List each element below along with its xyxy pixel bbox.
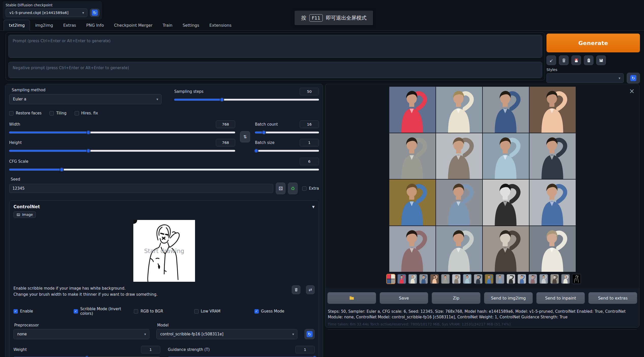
width-value[interactable]: 768 xyxy=(216,121,235,128)
refresh-styles-button[interactable]: ↻ xyxy=(627,73,640,83)
reuse-seed-button[interactable]: ♻ xyxy=(288,183,298,194)
apply-style-clipboard-button[interactable] xyxy=(584,55,593,65)
swap-width-height-button[interactable]: ⇅ xyxy=(240,131,250,142)
checkbox-tiling[interactable]: Tiling xyxy=(50,111,66,115)
thumbnail-image-12[interactable] xyxy=(517,274,526,284)
gallery-image-13[interactable] xyxy=(389,226,436,272)
cfg-scale-slider[interactable] xyxy=(9,167,319,172)
gallery-image-2[interactable] xyxy=(436,87,482,133)
tab-extensions[interactable]: Extensions xyxy=(204,20,237,31)
random-seed-button[interactable]: ⚄ xyxy=(276,183,285,194)
gallery-image-1[interactable] xyxy=(389,87,436,133)
tab-settings[interactable]: Settings xyxy=(178,20,204,31)
gallery-image-14[interactable] xyxy=(436,226,482,272)
clear-prompt-trash-button[interactable] xyxy=(559,55,569,65)
controlnet-scribble-canvas[interactable]: Start drawing xyxy=(133,220,195,282)
swap-canvas-button[interactable]: ⇄ xyxy=(306,285,315,294)
thumbnail-controlnet-map[interactable] xyxy=(572,274,581,284)
width-slider[interactable] xyxy=(9,130,235,135)
thumbnail-image-2[interactable] xyxy=(408,274,417,284)
send-to-inpaint-button[interactable]: Send to inpaint xyxy=(536,292,585,304)
refresh-checkpoints-button[interactable]: ↻ xyxy=(90,9,100,17)
gallery-image-12[interactable] xyxy=(529,180,576,226)
thumbnail-image-1[interactable] xyxy=(397,274,406,284)
height-slider[interactable] xyxy=(9,148,235,153)
checkbox-guess-mode[interactable]: ✓Guess Mode xyxy=(254,307,315,316)
tab-checkpoint-merger[interactable]: Checkpoint Merger xyxy=(109,20,158,31)
guidance-strength-value[interactable]: 1 xyxy=(295,346,315,353)
thumbnail-image-15[interactable] xyxy=(550,274,559,284)
prompt-input[interactable] xyxy=(8,35,542,58)
thumbnail-image-6[interactable] xyxy=(452,274,461,284)
save-button[interactable]: Save xyxy=(380,292,428,304)
send-to-extras-button[interactable]: Send to extras xyxy=(588,292,637,304)
checkbox-scribble-mode-invert-colors-[interactable]: ✓Scribble Mode (Invert colors) xyxy=(74,307,134,316)
close-icon[interactable]: × xyxy=(629,88,635,94)
gallery-image-11[interactable] xyxy=(483,180,529,226)
gallery-image-10[interactable] xyxy=(436,180,482,226)
zip-button[interactable]: Zip xyxy=(432,292,480,304)
read-params-arrow-button[interactable]: ↙ xyxy=(546,55,556,65)
seed-input[interactable] xyxy=(9,184,273,193)
weight-slider[interactable] xyxy=(13,355,160,357)
sampling-steps-value[interactable]: 50 xyxy=(300,88,319,95)
thumbnail-image-3[interactable] xyxy=(419,274,428,284)
refresh-models-button[interactable]: ↻ xyxy=(304,329,315,339)
thumbnail-image-11[interactable] xyxy=(506,274,516,284)
chevron-down-icon: ▾ xyxy=(292,332,294,336)
open-folder-button[interactable] xyxy=(327,292,376,304)
gallery-image-16[interactable] xyxy=(529,226,576,272)
extra-networks-card-button[interactable] xyxy=(571,55,581,65)
tab-train[interactable]: Train xyxy=(158,20,178,31)
thumbnail-image-7[interactable] xyxy=(463,274,472,284)
thumbnail-image-4[interactable] xyxy=(430,274,439,284)
tab-png-info[interactable]: PNG Info xyxy=(81,20,109,31)
guidance-strength-slider[interactable] xyxy=(168,355,315,357)
batch-size-value[interactable]: 1 xyxy=(300,139,319,146)
thumbnail-image-13[interactable] xyxy=(528,274,537,284)
thumbnail-image-16[interactable] xyxy=(561,274,570,284)
thumbnail-image-14[interactable] xyxy=(539,274,548,284)
gallery-image-5[interactable] xyxy=(389,133,436,179)
thumbnail-grid[interactable] xyxy=(386,274,395,284)
styles-select[interactable]: ▾ xyxy=(546,73,624,83)
checkbox-restore-faces[interactable]: Restore faces xyxy=(9,111,41,115)
negative-prompt-input[interactable] xyxy=(8,62,542,78)
gallery-image-6[interactable] xyxy=(436,133,482,179)
cfg-scale-value[interactable]: 6 xyxy=(300,158,319,165)
weight-value[interactable]: 1 xyxy=(141,346,160,353)
thumbnail-image-9[interactable] xyxy=(485,274,494,284)
thumbnail-image-5[interactable] xyxy=(441,274,450,284)
gallery-image-9[interactable] xyxy=(389,180,436,226)
tab-txt2img[interactable]: txt2img xyxy=(4,20,30,31)
batch-size-slider[interactable] xyxy=(255,148,319,153)
clear-canvas-button[interactable] xyxy=(292,285,300,294)
checkbox-enable[interactable]: ✓Enable xyxy=(13,307,74,316)
send-to-img2img-button[interactable]: Send to img2img xyxy=(484,292,533,304)
batch-count-value[interactable]: 16 xyxy=(300,121,319,128)
controlnet-image-tab[interactable]: Image xyxy=(13,211,36,218)
gallery-image-4[interactable] xyxy=(529,87,576,133)
generate-button[interactable]: Generate xyxy=(546,34,640,52)
checkbox-rgb-to-bgr[interactable]: RGB to BGR xyxy=(134,307,194,316)
batch-count-slider[interactable] xyxy=(255,130,319,135)
gallery-image-7[interactable] xyxy=(483,133,529,179)
thumbnail-image-10[interactable] xyxy=(495,274,505,284)
checkbox-low-vram[interactable]: Low VRAM xyxy=(194,307,254,316)
checkpoint-select[interactable]: v1-5-pruned.ckpt [e1441589a6] ▾ xyxy=(6,8,87,17)
height-value[interactable]: 768 xyxy=(216,139,235,146)
gallery-image-3[interactable] xyxy=(483,87,529,133)
checkbox-hires-fix[interactable]: Hires. fix xyxy=(75,111,98,115)
tab-img2img[interactable]: img2img xyxy=(30,20,58,31)
gallery-image-8[interactable] xyxy=(529,133,576,179)
sampling-method-select[interactable]: Euler a ▾ xyxy=(9,94,162,104)
save-style-floppy-button[interactable] xyxy=(596,55,606,65)
sampling-steps-slider[interactable] xyxy=(174,97,319,102)
gallery-image-15[interactable] xyxy=(483,226,529,272)
preprocessor-select[interactable]: none ▾ xyxy=(13,329,149,339)
tab-extras[interactable]: Extras xyxy=(58,20,81,31)
controlnet-model-select[interactable]: control_scribble-fp16 [c508311e] ▾ xyxy=(156,329,297,339)
collapse-arrow-icon[interactable]: ▼ xyxy=(312,205,315,209)
thumbnail-image-8[interactable] xyxy=(474,274,483,284)
seed-extra-checkbox[interactable]: Extra xyxy=(302,186,319,191)
